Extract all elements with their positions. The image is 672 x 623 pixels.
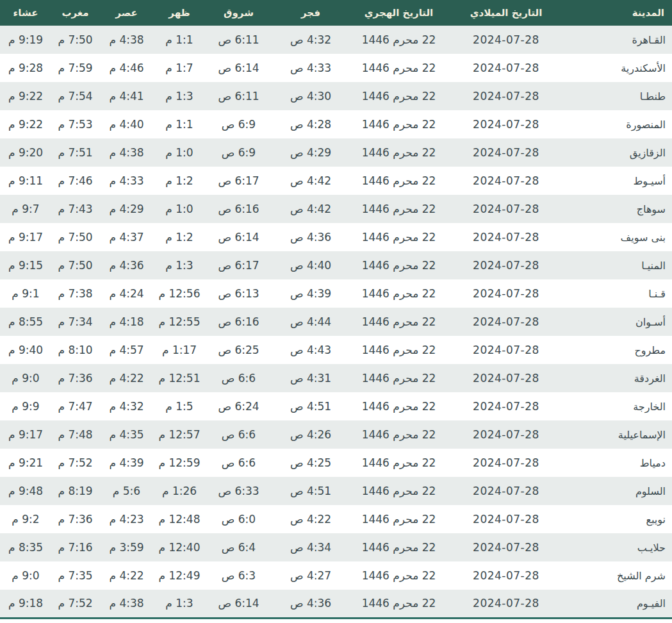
shurooq-cell: 6:11 ص: [205, 82, 272, 110]
isha-cell: 9:7 م: [0, 195, 51, 223]
asr-cell: 4:40 م: [99, 110, 154, 138]
shurooq-cell: 6:16 ص: [205, 308, 272, 336]
maghrib-cell: 7:50 م: [51, 251, 99, 279]
fajr-cell: 4:25 ص: [272, 449, 349, 477]
isha-cell: 9:17 م: [0, 223, 51, 251]
hijri-cell: 22 محرم 1446: [349, 392, 448, 420]
fajr-cell: 4:30 ص: [272, 82, 349, 110]
city-cell: نويبع: [564, 505, 672, 533]
table-row: سوهاج2024-07-2822 محرم 14464:42 ص6:16 ص1…: [0, 195, 672, 223]
table-row: الفيـوم2024-07-2822 محرم 14464:36 ص6:14 …: [0, 590, 672, 618]
fajr-cell: 4:32 ص: [272, 26, 349, 54]
hijri-cell: 22 محرم 1446: [349, 138, 448, 167]
table-row: المنصورة2024-07-2822 محرم 14464:28 ص6:9 …: [0, 110, 672, 138]
isha-cell: 9:0 م: [0, 364, 51, 392]
table-row: قـنـا2024-07-2822 محرم 14464:39 ص6:13 ص1…: [0, 279, 672, 308]
shurooq-cell: 6:24 ص: [205, 392, 272, 420]
isha-cell: 9:15 م: [0, 251, 51, 279]
table-row: بنى سويف2024-07-2822 محرم 14464:36 ص6:14…: [0, 223, 672, 251]
shurooq-cell: 6:25 ص: [205, 336, 272, 364]
table-row: المنيـا2024-07-2822 محرم 14464:40 ص6:17 …: [0, 251, 672, 279]
dhuhr-cell: 12:57 م: [154, 420, 205, 449]
dhuhr-cell: 1:2 م: [154, 223, 205, 251]
city-cell: شرم الشيخ: [564, 561, 672, 590]
isha-cell: 9:2 م: [0, 505, 51, 533]
table-row: نويبع2024-07-2822 محرم 14464:22 ص6:0 ص12…: [0, 505, 672, 533]
shurooq-cell: 6:14 ص: [205, 590, 272, 618]
column-header-fajr: فجر: [272, 0, 349, 26]
isha-cell: 9:18 م: [0, 590, 51, 618]
asr-cell: 4:22 م: [99, 561, 154, 590]
asr-cell: 3:59 م: [99, 533, 154, 561]
shurooq-cell: 6:17 ص: [205, 167, 272, 195]
prayer-times-table: المدينةالتاريخ الميلاديالتاريخ الهجريفجر…: [0, 0, 672, 619]
fajr-cell: 4:42 ص: [272, 167, 349, 195]
hijri-cell: 22 محرم 1446: [349, 110, 448, 138]
dhuhr-cell: 12:49 م: [154, 561, 205, 590]
fajr-cell: 4:28 ص: [272, 110, 349, 138]
isha-cell: 9:22 م: [0, 110, 51, 138]
table-header: المدينةالتاريخ الميلاديالتاريخ الهجريفجر…: [0, 0, 672, 26]
shurooq-cell: 6:6 ص: [205, 364, 272, 392]
isha-cell: 9:28 م: [0, 54, 51, 82]
table-row: القـاهرة2024-07-2822 محرم 14464:32 ص6:11…: [0, 26, 672, 54]
table-row: مطروح2024-07-2822 محرم 14464:43 ص6:25 ص1…: [0, 336, 672, 364]
hijri-cell: 22 محرم 1446: [349, 223, 448, 251]
city-cell: أسيـوط: [564, 167, 672, 195]
asr-cell: 4:18 م: [99, 308, 154, 336]
gregorian-cell: 2024-07-28: [448, 167, 564, 195]
city-cell: الفيـوم: [564, 590, 672, 618]
hijri-cell: 22 محرم 1446: [349, 420, 448, 449]
maghrib-cell: 8:19 م: [51, 477, 99, 505]
fajr-cell: 4:36 ص: [272, 590, 349, 618]
isha-cell: 8:35 م: [0, 533, 51, 561]
hijri-cell: 22 محرم 1446: [349, 449, 448, 477]
asr-cell: 4:37 م: [99, 223, 154, 251]
dhuhr-cell: 1:17 م: [154, 336, 205, 364]
gregorian-cell: 2024-07-28: [448, 223, 564, 251]
table-row: الإسماعيلية2024-07-2822 محرم 14464:26 ص6…: [0, 420, 672, 449]
shurooq-cell: 6:6 ص: [205, 449, 272, 477]
isha-cell: 9:20 م: [0, 138, 51, 167]
city-cell: سوهاج: [564, 195, 672, 223]
city-cell: القـاهرة: [564, 26, 672, 54]
shurooq-cell: 6:14 ص: [205, 223, 272, 251]
isha-cell: 9:21 م: [0, 449, 51, 477]
table-row: أسـوان2024-07-2822 محرم 14464:44 ص6:16 ص…: [0, 308, 672, 336]
maghrib-cell: 7:43 م: [51, 195, 99, 223]
gregorian-cell: 2024-07-28: [448, 251, 564, 279]
gregorian-cell: 2024-07-28: [448, 195, 564, 223]
dhuhr-cell: 1:26 م: [154, 477, 205, 505]
shurooq-cell: 6:4 ص: [205, 533, 272, 561]
hijri-cell: 22 محرم 1446: [349, 533, 448, 561]
fajr-cell: 4:31 ص: [272, 364, 349, 392]
asr-cell: 4:36 م: [99, 251, 154, 279]
fajr-cell: 4:44 ص: [272, 308, 349, 336]
isha-cell: 9:40 م: [0, 336, 51, 364]
asr-cell: 4:41 م: [99, 82, 154, 110]
dhuhr-cell: 12:48 م: [154, 505, 205, 533]
fajr-cell: 4:51 ص: [272, 392, 349, 420]
gregorian-cell: 2024-07-28: [448, 279, 564, 308]
hijri-cell: 22 محرم 1446: [349, 561, 448, 590]
fajr-cell: 4:27 ص: [272, 561, 349, 590]
table-row: السلوم2024-07-2822 محرم 14464:51 ص6:33 ص…: [0, 477, 672, 505]
maghrib-cell: 7:54 م: [51, 82, 99, 110]
dhuhr-cell: 12:55 م: [154, 308, 205, 336]
fajr-cell: 4:40 ص: [272, 251, 349, 279]
gregorian-cell: 2024-07-28: [448, 138, 564, 167]
city-cell: المنيـا: [564, 251, 672, 279]
asr-cell: 5:6 م: [99, 477, 154, 505]
shurooq-cell: 6:0 ص: [205, 505, 272, 533]
hijri-cell: 22 محرم 1446: [349, 590, 448, 618]
fajr-cell: 4:39 ص: [272, 279, 349, 308]
maghrib-cell: 7:59 م: [51, 54, 99, 82]
asr-cell: 4:32 م: [99, 392, 154, 420]
shurooq-cell: 6:16 ص: [205, 195, 272, 223]
city-cell: بنى سويف: [564, 223, 672, 251]
column-header-maghrib: مغرب: [51, 0, 99, 26]
shurooq-cell: 6:14 ص: [205, 54, 272, 82]
gregorian-cell: 2024-07-28: [448, 590, 564, 618]
gregorian-cell: 2024-07-28: [448, 110, 564, 138]
table-body: القـاهرة2024-07-2822 محرم 14464:32 ص6:11…: [0, 26, 672, 618]
